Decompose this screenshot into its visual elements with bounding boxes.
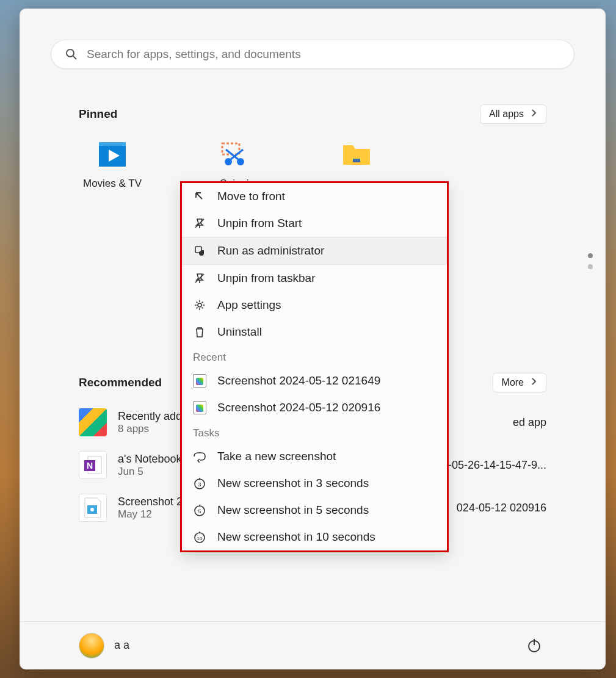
search-bar[interactable] [51,40,574,69]
pinned-title: Pinned [79,107,117,121]
scissors-icon [220,140,249,169]
power-button[interactable] [522,633,546,658]
more-button[interactable]: More [493,373,546,392]
power-icon [526,638,542,654]
ctx-uninstall[interactable]: Uninstall [182,319,447,345]
rec-title: Screenshot 2 [118,496,183,508]
ctx-label: Unpin from Start [217,217,302,230]
ctx-label: Run as administrator [217,244,324,258]
ctx-task-screenshot-5s[interactable]: 5 New screenshot in 5 seconds [182,497,447,524]
ctx-label: Move to front [217,190,285,203]
all-apps-label: All apps [489,109,524,120]
svg-text:N: N [87,461,93,471]
trash-icon [193,325,206,339]
app-movies-tv[interactable]: Movies & TV [79,140,146,190]
ctx-app-settings[interactable]: App settings [182,292,447,319]
ctx-label: New screenshot in 3 seconds [217,477,369,490]
ctx-task-screenshot-3s[interactable]: 3 New screenshot in 3 seconds [182,470,447,497]
search-icon [65,48,78,61]
ctx-label: Unpin from taskbar [217,272,316,285]
ctx-label: Take a new screenshot [217,450,336,463]
group-icon [79,408,107,436]
rec-sub: 8 apps [118,423,182,435]
page-indicator[interactable] [588,253,593,269]
ctx-recent-file[interactable]: Screenshot 2024-05-12 020916 [182,394,447,421]
camera-icon [193,450,206,463]
ctx-label: App settings [217,298,281,312]
onenote-icon: N [79,451,107,479]
more-label: More [502,377,524,388]
recommended-title: Recommended [79,376,162,389]
ctx-label: Screenshot 2024-05-12 020916 [217,401,380,414]
unpin-icon [193,272,206,285]
search-input[interactable] [87,48,560,61]
ctx-label: New screenshot in 10 seconds [217,530,375,544]
movies-icon [98,140,127,169]
ctx-unpin-start[interactable]: Unpin from Start [182,210,447,237]
svg-rect-10 [353,159,360,162]
svg-rect-4 [99,142,126,146]
rec-title: ed app [513,416,546,429]
file-icon [193,374,206,388]
timer-3-icon: 3 [193,477,206,490]
file-icon [193,401,206,414]
svg-text:10: 10 [197,536,203,541]
image-file-icon [79,494,107,522]
all-apps-button[interactable]: All apps [480,104,546,124]
arrow-up-left-icon [193,190,206,203]
ctx-task-screenshot[interactable]: Take a new screenshot [182,443,447,470]
folder-icon [342,140,371,169]
svg-point-0 [67,49,74,57]
svg-text:5: 5 [198,508,201,514]
ctx-recent-file[interactable]: Screenshot 2024-05-12 021649 [182,367,447,394]
avatar [79,633,104,658]
rec-title: Recently add [118,410,182,423]
timer-5-icon: 5 [193,503,206,517]
rec-sub: Jun 5 [118,466,182,478]
unpin-icon [193,217,206,230]
svg-point-15 [90,508,94,511]
chevron-right-icon [531,377,537,388]
ctx-run-as-admin[interactable]: Run as administrator [182,237,447,264]
chevron-right-icon [531,109,537,120]
shield-icon [193,244,206,258]
rec-title: 024-05-12 020916 [457,502,546,514]
svg-text:3: 3 [198,481,201,488]
svg-line-1 [73,56,76,59]
ctx-recent-heading: Recent [182,345,447,367]
timer-10-icon: 10 [193,530,206,544]
app-label: Movies & TV [83,178,142,190]
rec-sub: May 12 [118,508,183,521]
ctx-label: New screenshot in 5 seconds [217,503,369,517]
rec-title: a's Notebook [118,453,182,466]
svg-point-21 [198,303,201,307]
user-name: a a [114,639,129,652]
ctx-label: Screenshot 2024-05-12 021649 [217,374,380,388]
ctx-unpin-taskbar[interactable]: Unpin from taskbar [182,265,447,292]
context-menu: Move to front Unpin from Start Run as ad… [180,181,449,552]
ctx-label: Uninstall [217,325,262,339]
ctx-tasks-heading: Tasks [182,421,447,443]
ctx-move-to-front[interactable]: Move to front [182,183,447,210]
gear-icon [193,298,206,312]
user-button[interactable]: a a [79,633,129,658]
start-footer: a a [20,621,605,669]
ctx-task-screenshot-10s[interactable]: 10 New screenshot in 10 seconds [182,524,447,550]
